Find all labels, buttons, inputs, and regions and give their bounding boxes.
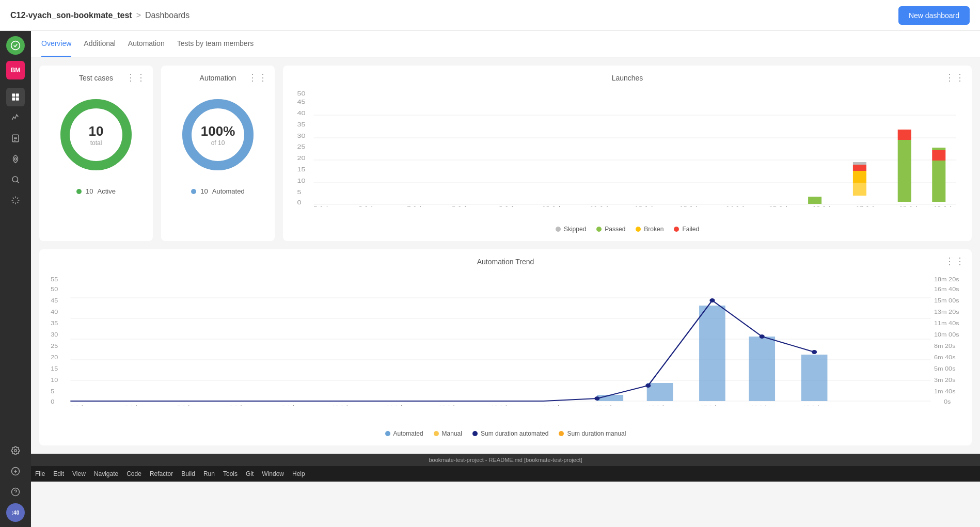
svg-point-116 xyxy=(760,334,765,339)
sidebar-item-settings[interactable] xyxy=(6,441,25,460)
automation-menu[interactable]: ⋮⋮ xyxy=(248,72,268,83)
taskbar-code[interactable]: Code xyxy=(127,470,141,477)
manual-dot xyxy=(434,431,439,436)
svg-text:19 Jul: 19 Jul xyxy=(934,205,952,207)
sum-duration-manual-label: Sum duration manual xyxy=(567,430,626,437)
svg-text:40: 40 xyxy=(297,110,306,116)
svg-rect-4 xyxy=(16,98,19,101)
svg-text:14 Jul: 14 Jul xyxy=(543,405,559,406)
svg-text:15 Jul: 15 Jul xyxy=(596,405,611,406)
taskbar-build[interactable]: Build xyxy=(181,470,195,477)
automated-trend-label: Automated xyxy=(393,430,423,437)
tab-overview[interactable]: Overview xyxy=(41,31,71,57)
svg-text:7 Jul: 7 Jul xyxy=(407,205,421,207)
automation-trend-chart-area: 0 5 10 15 20 25 30 35 40 45 50 55 xyxy=(48,272,963,426)
svg-text:8 Jul: 8 Jul xyxy=(229,405,242,406)
automated-count: 10 xyxy=(200,187,208,195)
svg-text:1m 40s: 1m 40s xyxy=(934,389,956,394)
automated-dot xyxy=(191,189,196,194)
status-bar: bookmate-test-project - README.md [bookm… xyxy=(31,454,980,466)
tab-tests-by-team[interactable]: Tests by team members xyxy=(177,31,254,57)
automation-legend: 10 Automated xyxy=(191,187,244,195)
sidebar-item-dashboard[interactable] xyxy=(6,88,25,106)
dashboard-grid: Test cases ⋮⋮ 10 total xyxy=(31,57,980,454)
svg-text:10: 10 xyxy=(51,377,58,383)
automation-card: Automation ⋮⋮ 100% of 10 xyxy=(161,66,275,241)
sidebar-logo xyxy=(6,36,25,55)
tab-additional[interactable]: Additional xyxy=(84,31,116,57)
launches-card: Launches ⋮⋮ 0 5 10 15 20 25 30 35 xyxy=(283,66,972,241)
svg-text:9 Jul: 9 Jul xyxy=(282,405,294,406)
sidebar-user-avatar[interactable]: :40 xyxy=(6,503,25,522)
svg-rect-1 xyxy=(12,93,15,97)
svg-rect-112 xyxy=(801,355,828,401)
svg-text:13m 20s: 13m 20s xyxy=(934,309,959,315)
automation-trend-title: Automation Trend xyxy=(48,258,963,266)
sidebar-item-analytics[interactable] xyxy=(6,108,25,127)
sum-duration-automated-label: Sum duration automated xyxy=(481,430,548,437)
taskbar-run[interactable]: Run xyxy=(203,470,215,477)
taskbar-help[interactable]: Help xyxy=(292,470,305,477)
test-cases-center: 10 total xyxy=(89,123,104,147)
taskbar-git[interactable]: Git xyxy=(246,470,254,477)
taskbar-navigate[interactable]: Navigate xyxy=(94,470,118,477)
sidebar-item-integrations[interactable] xyxy=(6,191,25,210)
tab-automation[interactable]: Automation xyxy=(128,31,165,57)
sidebar: BM xyxy=(0,31,31,527)
test-cases-title: Test cases xyxy=(79,74,113,82)
test-cases-card: Test cases ⋮⋮ 10 total xyxy=(39,66,153,241)
automation-center: 100% of 10 xyxy=(201,123,235,147)
sidebar-item-launch[interactable] xyxy=(6,150,25,168)
automation-trend-menu[interactable]: ⋮⋮ xyxy=(945,255,966,267)
automation-title: Automation xyxy=(200,74,236,82)
test-cases-menu[interactable]: ⋮⋮ xyxy=(126,72,147,83)
svg-text:12 Jul: 12 Jul xyxy=(635,205,653,207)
active-count: 10 xyxy=(86,187,93,195)
launches-chart: 0 5 10 15 20 25 30 35 40 45 50 xyxy=(291,88,963,221)
svg-text:0: 0 xyxy=(51,399,54,405)
launches-menu[interactable]: ⋮⋮ xyxy=(945,72,966,83)
svg-rect-111 xyxy=(749,337,775,401)
svg-text:9 Jul: 9 Jul xyxy=(499,205,513,207)
taskbar-edit[interactable]: Edit xyxy=(53,470,64,477)
taskbar-tools[interactable]: Tools xyxy=(223,470,238,477)
svg-text:6m 40s: 6m 40s xyxy=(934,355,956,360)
svg-text:6 Jul: 6 Jul xyxy=(125,405,137,406)
sidebar-item-add[interactable] xyxy=(6,462,25,481)
failed-label: Failed xyxy=(682,226,699,233)
taskbar-file[interactable]: File xyxy=(35,470,45,477)
svg-point-115 xyxy=(709,298,715,302)
legend-automated: Automated xyxy=(385,430,423,437)
taskbar-refactor[interactable]: Refactor xyxy=(150,470,173,477)
svg-rect-57 xyxy=(853,162,866,165)
svg-rect-62 xyxy=(932,148,945,150)
bottom-row: Automation Trend ⋮⋮ 0 5 10 15 20 25 30 xyxy=(39,249,972,445)
taskbar-view[interactable]: View xyxy=(72,470,86,477)
svg-text:10m 00s: 10m 00s xyxy=(934,332,959,338)
legend-broken: Broken xyxy=(636,226,663,233)
top-row: Test cases ⋮⋮ 10 total xyxy=(39,66,972,241)
svg-text:10: 10 xyxy=(297,178,306,184)
sidebar-item-help[interactable] xyxy=(6,483,25,501)
sidebar-item-reports[interactable] xyxy=(6,129,25,148)
svg-text:12 Jul: 12 Jul xyxy=(439,405,454,406)
legend-skipped: Skipped xyxy=(556,226,586,233)
svg-text:17 Jul: 17 Jul xyxy=(856,205,874,207)
new-dashboard-button[interactable]: New dashboard xyxy=(898,6,970,25)
automation-value: 100% xyxy=(201,123,235,139)
svg-rect-61 xyxy=(932,150,945,161)
svg-text:16 Jul: 16 Jul xyxy=(813,205,831,207)
svg-text:18 Jul: 18 Jul xyxy=(899,205,918,207)
svg-text:45: 45 xyxy=(51,298,58,304)
svg-text:10 Jul: 10 Jul xyxy=(332,405,347,406)
svg-point-113 xyxy=(594,396,599,401)
taskbar-window[interactable]: Window xyxy=(262,470,284,477)
broken-label: Broken xyxy=(644,226,663,233)
automation-trend-card: Automation Trend ⋮⋮ 0 5 10 15 20 25 30 xyxy=(39,249,972,445)
sidebar-avatar: BM xyxy=(6,61,25,79)
svg-rect-55 xyxy=(853,171,866,183)
svg-rect-59 xyxy=(898,130,911,140)
sidebar-item-search[interactable] xyxy=(6,170,25,189)
taskbar: File Edit View Navigate Code Refactor Bu… xyxy=(31,466,980,482)
skipped-dot xyxy=(556,227,561,232)
